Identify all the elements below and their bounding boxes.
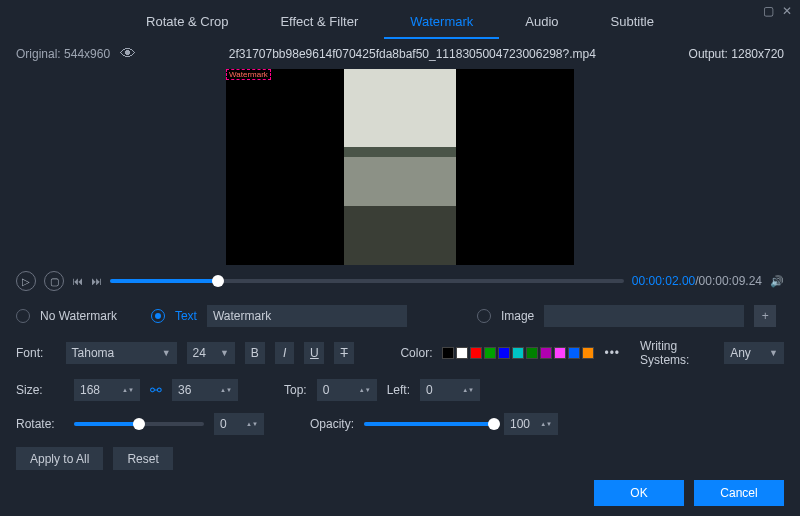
opacity-slider[interactable] (364, 422, 494, 426)
next-frame-icon[interactable]: ⏭ (91, 275, 102, 287)
left-stepper[interactable]: 0▲▼ (420, 379, 480, 401)
reset-button[interactable]: Reset (113, 447, 172, 471)
time-current: 00:00:02.00 (632, 274, 695, 288)
volume-icon[interactable]: 🔊 (770, 275, 784, 288)
tab-effect-filter[interactable]: Effect & Filter (254, 6, 384, 39)
opacity-label: Opacity: (310, 417, 354, 431)
tab-audio[interactable]: Audio (499, 6, 584, 39)
add-image-button[interactable]: + (754, 305, 776, 327)
watermark-overlay[interactable]: Watermark (226, 69, 271, 80)
action-row: Apply to All Reset (16, 447, 784, 471)
radio-no-watermark[interactable] (16, 309, 30, 323)
output-label: Output: (689, 47, 728, 61)
width-stepper[interactable]: 168▲▼ (74, 379, 140, 401)
color-swatch[interactable] (456, 347, 468, 359)
rotate-row: Rotate: 0▲▼ Opacity: 100▲▼ (16, 413, 784, 435)
color-swatch[interactable] (540, 347, 552, 359)
color-swatch[interactable] (512, 347, 524, 359)
color-swatch[interactable] (526, 347, 538, 359)
rotate-stepper[interactable]: 0▲▼ (214, 413, 264, 435)
tab-rotate-crop[interactable]: Rotate & Crop (120, 6, 254, 39)
watermark-type-row: No Watermark Text Image + (16, 305, 784, 327)
italic-button[interactable]: I (275, 342, 295, 364)
link-icon[interactable]: ⚯ (150, 382, 162, 398)
font-family-select[interactable]: Tahoma▼ (66, 342, 177, 364)
original-label: Original: (16, 47, 61, 61)
radio-text[interactable] (151, 309, 165, 323)
font-label: Font: (16, 346, 56, 360)
rotate-label: Rotate: (16, 417, 64, 431)
font-row: Font: Tahoma▼ 24▼ B I U T Color: ••• Wri… (16, 339, 784, 367)
bold-button[interactable]: B (245, 342, 265, 364)
footer: OK Cancel (0, 470, 800, 516)
image-watermark-input[interactable] (544, 305, 744, 327)
tab-subtitle[interactable]: Subtitle (585, 6, 680, 39)
top-label: Top: (284, 383, 307, 397)
output-res: 1280x720 (731, 47, 784, 61)
color-swatch[interactable] (568, 347, 580, 359)
original-res: 544x960 (64, 47, 110, 61)
top-stepper[interactable]: 0▲▼ (317, 379, 377, 401)
ok-button[interactable]: OK (594, 480, 684, 506)
left-label: Left: (387, 383, 410, 397)
apply-to-all-button[interactable]: Apply to All (16, 447, 103, 471)
prev-frame-icon[interactable]: ⏮ (72, 275, 83, 287)
color-swatch[interactable] (582, 347, 594, 359)
time-total: 00:00:09.24 (699, 274, 762, 288)
transport-bar: ▷ ▢ ⏮ ⏭ 00:00:02.00/00:00:09.24 🔊 (0, 265, 800, 297)
more-colors-button[interactable]: ••• (604, 346, 620, 360)
size-row: Size: 168▲▼ ⚯ 36▲▼ Top: 0▲▼ Left: 0▲▼ (16, 379, 784, 401)
color-label: Color: (400, 346, 432, 360)
rotate-slider[interactable] (74, 422, 204, 426)
underline-button[interactable]: U (304, 342, 324, 364)
preview-area: Watermark (0, 69, 800, 265)
header-bar: Original: 544x960 👁 2f31707bb98e9614f070… (0, 39, 800, 69)
writing-systems-label: Writing Systems: (640, 339, 714, 367)
stop-button[interactable]: ▢ (44, 271, 64, 291)
tab-watermark[interactable]: Watermark (384, 6, 499, 39)
font-size-select[interactable]: 24▼ (187, 342, 235, 364)
label-text: Text (175, 309, 197, 323)
close-icon[interactable]: ✕ (782, 4, 792, 18)
color-swatch[interactable] (484, 347, 496, 359)
radio-image[interactable] (477, 309, 491, 323)
tabs: Rotate & Crop Effect & Filter Watermark … (0, 0, 800, 39)
cancel-button[interactable]: Cancel (694, 480, 784, 506)
play-button[interactable]: ▷ (16, 271, 36, 291)
filename: 2f31707bb98e9614f070425fda8baf50_1118305… (136, 47, 689, 61)
color-swatch[interactable] (554, 347, 566, 359)
visibility-icon[interactable]: 👁 (120, 45, 136, 63)
label-image: Image (501, 309, 534, 323)
height-stepper[interactable]: 36▲▼ (172, 379, 238, 401)
opacity-stepper[interactable]: 100▲▼ (504, 413, 558, 435)
writing-systems-select[interactable]: Any▼ (724, 342, 784, 364)
timeline-slider[interactable] (110, 279, 624, 283)
color-swatch[interactable] (470, 347, 482, 359)
text-watermark-input[interactable] (207, 305, 407, 327)
strike-button[interactable]: T (334, 342, 354, 364)
maximize-icon[interactable]: ▢ (763, 4, 774, 18)
color-swatch[interactable] (498, 347, 510, 359)
color-swatch[interactable] (442, 347, 454, 359)
size-label: Size: (16, 383, 64, 397)
video-preview[interactable]: Watermark (226, 69, 574, 265)
color-swatches (442, 347, 594, 359)
label-no-watermark: No Watermark (40, 309, 117, 323)
